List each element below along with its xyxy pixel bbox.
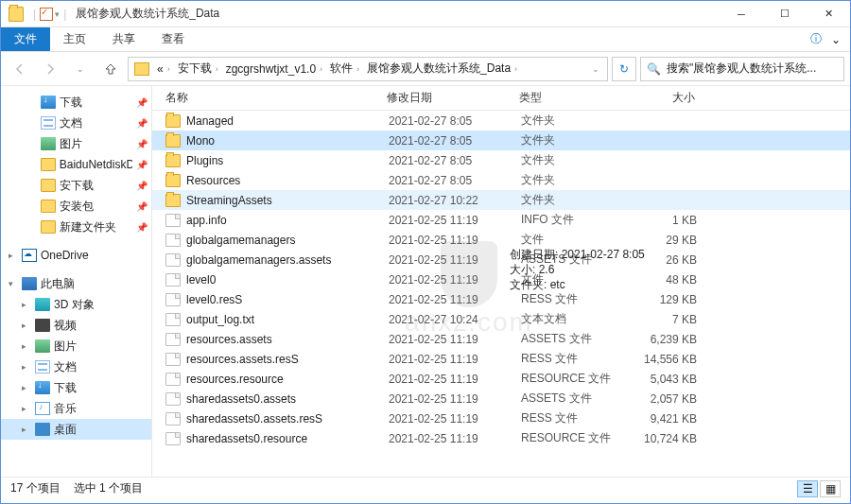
- details-view-button[interactable]: ☰: [797, 480, 818, 497]
- minimize-button[interactable]: ─: [720, 1, 763, 27]
- table-row[interactable]: sharedassets0.assets.resS2021-02-25 11:1…: [152, 408, 850, 428]
- crumb[interactable]: 软件›: [326, 58, 363, 80]
- file-pane: 名称 修改日期 类型 大小 Managed2021-02-27 8:05文件夹M…: [152, 86, 850, 477]
- addr-dropdown[interactable]: ⌄: [586, 64, 605, 74]
- col-size[interactable]: 大小: [629, 90, 723, 106]
- table-row[interactable]: globalgamemanagers.assets2021-02-25 11:1…: [152, 250, 850, 269]
- tree-item[interactable]: ▾此电脑: [1, 273, 151, 294]
- table-row[interactable]: output_log.txt2021-02-27 10:24文本文档7 KB: [152, 309, 850, 329]
- window-buttons: ─ ☐ ✕: [720, 1, 850, 27]
- tree-item[interactable]: 新建文件夹📌: [1, 217, 151, 237]
- tree-item[interactable]: 下载📌: [1, 92, 151, 113]
- col-date[interactable]: 修改日期: [387, 90, 519, 106]
- tab-home[interactable]: 主页: [50, 27, 99, 51]
- table-row[interactable]: Resources2021-02-27 8:05文件夹: [152, 170, 850, 190]
- tab-file[interactable]: 文件: [1, 27, 50, 51]
- status-count: 17 个项目: [10, 480, 61, 496]
- column-headers[interactable]: 名称 修改日期 类型 大小: [152, 86, 850, 111]
- tree-item[interactable]: ▸下载: [1, 377, 151, 398]
- ribbon-help[interactable]: ⓘ ⌄: [810, 27, 850, 51]
- col-type[interactable]: 类型: [519, 90, 629, 106]
- tab-view[interactable]: 查看: [148, 27, 198, 51]
- search-placeholder: 搜索"展馆参观人数统计系统...: [667, 61, 816, 77]
- tree-item[interactable]: ▸OneDrive: [1, 245, 151, 266]
- table-row[interactable]: Mono2021-02-27 8:05文件夹: [152, 130, 850, 150]
- chevron-down-icon[interactable]: ▾: [55, 9, 60, 19]
- status-bar: 17 个项目 选中 1 个项目 ☰ ▦: [1, 477, 850, 499]
- crumb[interactable]: 展馆参观人数统计系统_Data›: [363, 58, 521, 80]
- table-row[interactable]: resources.assets.resS2021-02-25 11:19RES…: [152, 349, 850, 369]
- qat-checkbox[interactable]: [40, 8, 53, 21]
- crumb-ellipsis[interactable]: « ›: [153, 58, 174, 80]
- refresh-button[interactable]: ↻: [612, 57, 636, 81]
- tree-item[interactable]: 文档📌: [1, 113, 151, 133]
- titlebar: | ▾ | 展馆参观人数统计系统_Data ─ ☐ ✕: [1, 1, 850, 27]
- main: 下载📌文档📌图片📌BaiduNetdiskD📌安下载📌安装包📌新建文件夹📌▸On…: [1, 86, 850, 477]
- table-row[interactable]: app.info2021-02-25 11:19INFO 文件1 KB: [152, 210, 850, 230]
- icons-view-button[interactable]: ▦: [820, 480, 841, 497]
- table-row[interactable]: resources.assets2021-02-25 11:19ASSETS 文…: [152, 329, 850, 349]
- tree-item[interactable]: BaiduNetdiskD📌: [1, 154, 151, 175]
- tree-item[interactable]: ▸桌面: [1, 419, 151, 440]
- tab-share[interactable]: 共享: [99, 27, 148, 51]
- quick-access-toolbar: | ▾ |: [31, 8, 68, 21]
- tree-item[interactable]: ▸视频: [1, 315, 151, 336]
- table-row[interactable]: Managed2021-02-27 8:05文件夹: [152, 111, 850, 130]
- tree-item[interactable]: ▸图片: [1, 336, 151, 356]
- tree-item[interactable]: 安装包📌: [1, 196, 151, 217]
- table-row[interactable]: sharedassets0.resource2021-02-25 11:19RE…: [152, 428, 850, 448]
- file-list[interactable]: Managed2021-02-27 8:05文件夹Mono2021-02-27 …: [152, 111, 850, 477]
- folder-icon: [134, 62, 149, 76]
- table-row[interactable]: globalgamemanagers2021-02-25 11:19文件29 K…: [152, 230, 850, 250]
- crumb[interactable]: zgcgrshwtjxt_v1.0›: [222, 58, 326, 80]
- table-row[interactable]: level0.resS2021-02-25 11:19RESS 文件129 KB: [152, 289, 850, 309]
- separator: |: [63, 8, 66, 21]
- recent-button[interactable]: ⌄: [67, 57, 94, 81]
- crumb[interactable]: 安下载›: [174, 58, 222, 80]
- table-row[interactable]: resources.resource2021-02-25 11:19RESOUR…: [152, 369, 850, 389]
- table-row[interactable]: level02021-02-25 11:19文件48 KB: [152, 269, 850, 289]
- view-buttons: ☰ ▦: [797, 480, 841, 497]
- tree-item[interactable]: ▸文档: [1, 356, 151, 377]
- tree-item[interactable]: ▸音乐: [1, 398, 151, 419]
- table-row[interactable]: sharedassets0.assets2021-02-25 11:19ASSE…: [152, 389, 850, 408]
- tree-item[interactable]: 安下载📌: [1, 175, 151, 196]
- search-input[interactable]: 🔍 搜索"展馆参观人数统计系统...: [640, 57, 844, 81]
- separator: |: [33, 8, 36, 21]
- nav-tree[interactable]: 下载📌文档📌图片📌BaiduNetdiskD📌安下载📌安装包📌新建文件夹📌▸On…: [1, 86, 152, 477]
- maximize-button[interactable]: ☐: [763, 1, 807, 27]
- folder-icon: [9, 7, 24, 22]
- table-row[interactable]: StreamingAssets2021-02-27 10:22文件夹: [152, 190, 850, 210]
- ribbon: 文件 主页 共享 查看 ⓘ ⌄: [1, 27, 850, 52]
- address-bar[interactable]: « › 安下载› zgcgrshwtjxt_v1.0› 软件› 展馆参观人数统计…: [128, 57, 608, 81]
- close-button[interactable]: ✕: [807, 1, 850, 27]
- search-icon: 🔍: [647, 62, 661, 76]
- col-name[interactable]: 名称: [165, 90, 387, 106]
- forward-button[interactable]: [37, 57, 63, 81]
- tree-item[interactable]: 图片📌: [1, 133, 151, 154]
- nav-row: ⌄ « › 安下载› zgcgrshwtjxt_v1.0› 软件› 展馆参观人数…: [1, 52, 850, 86]
- status-selected: 选中 1 个项目: [74, 480, 143, 496]
- window-title: 展馆参观人数统计系统_Data: [76, 6, 219, 22]
- table-row[interactable]: Plugins2021-02-27 8:05文件夹: [152, 150, 850, 170]
- tree-item[interactable]: ▸3D 对象: [1, 294, 151, 315]
- back-button[interactable]: [7, 57, 33, 81]
- up-button[interactable]: [97, 57, 124, 81]
